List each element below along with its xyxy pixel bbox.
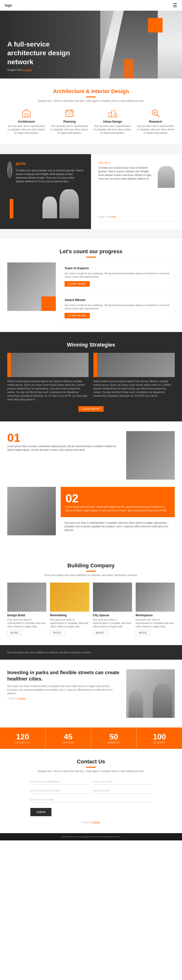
numbered-item-2-orange: 02 Lorem ipsum dolor sit amet, consectet… [61,487,175,517]
contact-row-3 [30,797,152,803]
hero-accent-orange2 [124,59,134,78]
building-grid: Design Build Duis aute irure dolor in re… [7,582,175,635]
message-field [30,797,152,803]
investing-credit: Images by Freepik [7,697,121,700]
investing-credit-link[interactable]: Freepik [18,697,25,700]
progress-section: Let's count our progress Team of Experts… [0,239,182,332]
building-item-3: Workspaces Duis aute irure dolor in repr… [136,582,175,635]
winning-btn-wrap: learn more [7,406,175,412]
mission-person-area [7,187,84,218]
submit-button[interactable]: Submit [30,808,51,816]
building-item-title-3: Workspaces [136,614,175,617]
stat-box-1: 45 OFFICES [46,727,91,749]
building-image-3 [136,582,175,612]
investing-image [126,669,175,718]
award-card-text: Our team is ready for any challenge. We … [65,304,171,310]
phone-input[interactable] [30,788,89,794]
stat-label-1: OFFICES [51,741,86,744]
footer: Template from The Landing Factory by Tem… [0,833,182,840]
investing-person-1 [153,684,172,718]
phone2-input[interactable] [93,788,152,794]
hero-content: A full-service architecture design netwo… [0,33,83,78]
num-text-1: Lorem ipsum dolor sit amet, consectetur … [7,444,121,452]
num-text-2-right: Duis aute irure dolor in reprehenderit i… [61,517,175,536]
phone2-field [93,788,152,794]
hero-accent-orange [148,18,163,32]
arch-item-research: Research Duo aut dolor iste in reprehend… [137,108,175,135]
investing-left: Investing in parks and flexible streets … [7,669,121,718]
phone-field [30,788,89,794]
winning-image-1 [7,353,89,377]
name-field [93,779,152,785]
research-icon [151,108,160,118]
award-card-title: Award Winner [65,298,171,302]
building-item-1: Remodeling Duis aute irure dolor in repr… [50,582,89,635]
building-more-button-0[interactable]: MORE [7,630,22,635]
hamburger-menu[interactable]: ☰ [173,2,177,8]
investing-section: Investing in parks and flexible streets … [0,660,182,727]
contact-accent-bar [86,767,96,768]
building-item-0: Design Build Duis aute irure dolor in re… [7,582,46,635]
accent-bar [86,97,96,97]
mission-left: goals Ut mollis nunc sed id semper risus… [0,154,91,229]
hero-section: A full-service architecture design netwo… [0,11,182,78]
planning-icon [65,108,74,118]
values-bottom: Images by Freepik [98,192,175,222]
values-person-img [158,166,175,188]
investing-title: Investing in parks and flexible streets … [7,669,121,682]
arch-item-title-2: Urban Design [93,120,132,123]
hero-credit-link[interactable]: Freepik [23,68,32,71]
building-more-button-1[interactable]: MORE [50,630,65,635]
team-learn-more-button[interactable]: learn more [65,281,90,287]
building-item-title-0: Design Build [7,614,46,617]
building-more-button-2[interactable]: MORE [93,630,107,635]
building-title: Building Company [7,562,175,569]
mission-text-block: goals Ut mollis nunc sed id semper risus… [16,161,84,183]
building-image-2 [93,582,132,612]
building-item-text-1: Duis aute irure dolor in reprehenderit i… [50,618,89,628]
dark-strip-text: from renovation and room additions to ma… [7,651,91,654]
stat-box-0: 120 PROJECTS [0,727,46,749]
arch-item-text-1: Duo aut dolor iste in reprehenderit in v… [51,124,89,135]
building-accent-bar [86,571,96,572]
building-item-text-3: Duis aute irure dolor in reprehenderit i… [136,618,175,628]
mission-person-img-1 [59,189,79,218]
arch-item-urban: Urban Design Duo aut dolor iste in repre… [93,108,132,135]
winning-section: Winning Strategies Article evident arriv… [0,332,182,422]
silhouette-body [8,165,11,178]
num-text-2: Lorem ipsum dolor sit amet, consectetur … [65,505,170,512]
contact-section: Contact Us Sample text. Click to select … [0,749,182,833]
name-input[interactable] [93,779,152,785]
winning-img-accent-2 [93,353,97,377]
arch-item-text-3: Duo aut dolor iste in reprehenderit in v… [137,124,175,135]
winning-img-accent-1 [7,353,11,377]
contact-row-1 [30,779,152,785]
mission-inner: goals Ut mollis nunc sed id semper risus… [0,154,182,229]
investing-right [126,669,175,718]
arch-title: Architecture & Interior Design [7,88,175,94]
numbered-item-1-content: 01 Lorem ipsum dolor sit amet, consectet… [7,431,121,452]
award-winner-card: Award Winner Our team is ready for any c… [61,294,175,322]
urban-icon [108,108,117,118]
building-item-title-2: City Spaces [93,614,132,617]
values-text: Ut mollis nunc sed id semper risus in he… [98,166,154,181]
values-text-block: Ut mollis nunc sed id semper risus in he… [98,166,154,181]
values-label: values [98,161,175,164]
building-item-2: City Spaces Duis aute irure dolor in rep… [93,582,132,635]
arch-item-title-0: Architecture [7,120,46,123]
mission-person-img-2 [43,197,57,218]
stat-box-3: 100 CLIENTS [137,727,182,749]
building-section: Building Company From renovation and roo… [0,553,182,645]
building-more-button-3[interactable]: MORE [136,630,150,635]
award-learn-more-button[interactable]: learn more [65,313,90,318]
svg-line-14 [157,115,160,117]
building-item-title-1: Remodeling [50,614,89,617]
email-input[interactable] [30,779,89,785]
arch-subtitle: Sample text. Click to select the text bo… [7,99,175,102]
message-input[interactable] [30,797,152,803]
contact-title: Contact Us [7,759,175,765]
contact-credit-link[interactable]: Freepik [93,821,100,824]
stat-label-2: AWARDS [96,741,131,744]
mission-section: goals Ut mollis nunc sed id semper risus… [0,145,182,239]
winning-learn-more-button[interactable]: learn more [78,406,104,412]
